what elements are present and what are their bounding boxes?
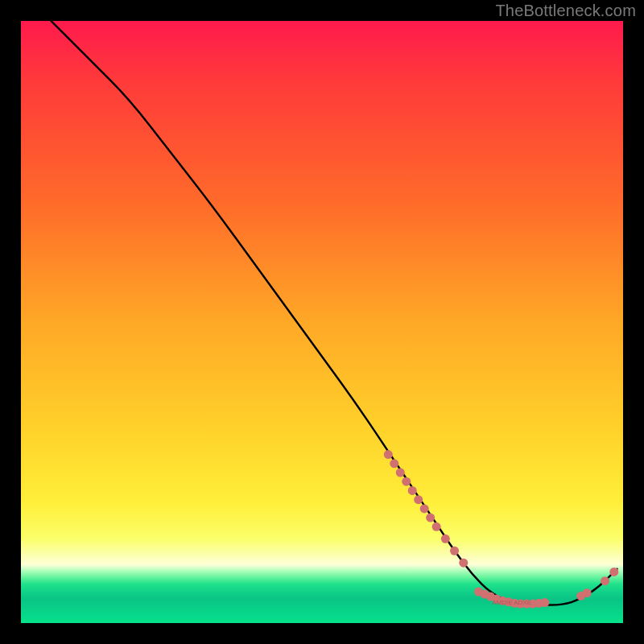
data-point xyxy=(402,477,411,486)
data-point xyxy=(432,522,441,531)
data-point xyxy=(583,588,592,597)
data-point xyxy=(384,450,393,459)
curve-series xyxy=(51,21,617,605)
curve-path xyxy=(51,21,617,605)
data-point xyxy=(390,459,398,468)
chart-annotations: AMDIE ADXE xyxy=(492,599,531,606)
data-point xyxy=(601,576,609,585)
data-point xyxy=(450,547,459,555)
data-point xyxy=(609,568,618,576)
annotation-label: AMDIE ADXE xyxy=(492,599,531,606)
data-point xyxy=(426,514,435,522)
data-point xyxy=(396,469,405,477)
watermark-text: TheBottleneck.com xyxy=(495,2,636,20)
data-point xyxy=(420,504,429,513)
chart-svg: AMDIE ADXE xyxy=(21,21,623,623)
data-point xyxy=(408,486,417,495)
data-point xyxy=(459,559,468,568)
data-point xyxy=(540,598,549,607)
data-point xyxy=(414,495,423,504)
chart-stage: TheBottleneck.com AMDIE ADXE xyxy=(0,0,644,644)
data-point xyxy=(441,535,450,543)
dot-clusters xyxy=(384,450,619,609)
